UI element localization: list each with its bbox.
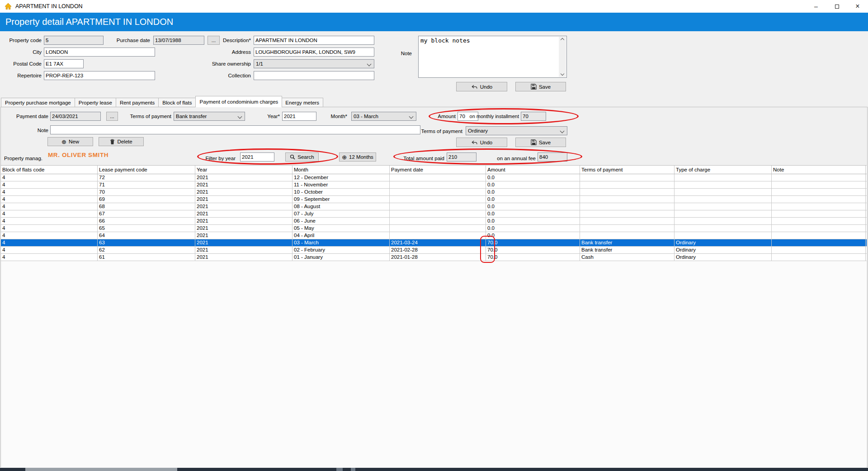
property-code-field[interactable] bbox=[44, 36, 104, 45]
payment-note-field[interactable] bbox=[50, 125, 420, 134]
note-scrollbar[interactable] bbox=[559, 37, 566, 77]
undo-arrow-icon bbox=[471, 140, 478, 145]
column-header[interactable]: Terms of payment bbox=[580, 166, 675, 174]
note-textarea[interactable]: my block notes bbox=[418, 36, 567, 78]
purchase-date-label: Purchase date bbox=[117, 36, 150, 45]
payment-save-button[interactable]: Save bbox=[515, 138, 566, 147]
table-cell bbox=[772, 181, 866, 188]
table-row[interactable]: 461202101 - January2021-01-2870.0CashOrd… bbox=[1, 254, 867, 261]
payment-date-field[interactable] bbox=[50, 112, 101, 121]
table-cell: Cash bbox=[580, 254, 675, 261]
repertoire-label: Repertoire bbox=[17, 71, 42, 80]
payment-date-browse-button[interactable]: ... bbox=[106, 112, 118, 121]
terms-of-payment-select[interactable]: Bank transfer bbox=[174, 112, 245, 121]
share-ownership-select[interactable]: 1/1 bbox=[254, 59, 374, 68]
close-button[interactable]: × bbox=[847, 0, 868, 13]
table-row[interactable]: 468202108 - August0.0 bbox=[1, 203, 867, 210]
installment-field[interactable] bbox=[521, 112, 546, 121]
property-save-button[interactable]: Save bbox=[515, 82, 566, 91]
tab-energy-meters[interactable]: Energy meters bbox=[282, 98, 323, 107]
table-cell: 0.0 bbox=[486, 225, 580, 232]
table-row[interactable]: 470202110 - October0.0 bbox=[1, 189, 867, 196]
table-cell: 4 bbox=[1, 239, 98, 246]
tab-strip: Property purchase mortgageProperty lease… bbox=[1, 96, 323, 107]
city-label: City bbox=[33, 48, 42, 57]
tab-payment-of-condominium-charges[interactable]: Payment of condominium charges bbox=[195, 96, 282, 107]
table-row[interactable]: 469202109 - September0.0 bbox=[1, 196, 867, 203]
table-cell bbox=[772, 232, 866, 239]
table-row[interactable]: 463202103 - March2021-03-2470.0Bank tran… bbox=[1, 239, 867, 247]
filter-by-year-field[interactable] bbox=[240, 152, 274, 162]
column-header[interactable]: Lease payment code bbox=[98, 166, 195, 174]
maximize-button[interactable] bbox=[826, 0, 847, 13]
year-field[interactable] bbox=[282, 112, 316, 121]
table-row[interactable]: 471202111 - November0.0 bbox=[1, 181, 867, 189]
column-header[interactable]: Payment date bbox=[390, 166, 486, 174]
table-cell bbox=[772, 189, 866, 195]
table-row[interactable]: 472202112 - December0.0 bbox=[1, 174, 867, 181]
total-amount-paid-field[interactable] bbox=[447, 152, 476, 162]
tab-property-purchase-mortgage[interactable]: Property purchase mortgage bbox=[1, 98, 75, 107]
table-row[interactable]: 462202102 - February2021-02-2870.0Bank t… bbox=[1, 247, 867, 254]
tab-block-of-flats[interactable]: Block of flats bbox=[159, 98, 196, 107]
search-button[interactable]: Search bbox=[285, 152, 319, 162]
table-cell bbox=[580, 174, 675, 181]
plus-circle-icon: ⊕ bbox=[342, 154, 347, 160]
new-button[interactable]: ⊕ New bbox=[47, 137, 93, 146]
table-cell bbox=[390, 210, 486, 217]
postal-code-field[interactable] bbox=[44, 59, 84, 68]
column-header[interactable]: Note bbox=[772, 166, 866, 174]
twelve-months-button[interactable]: ⊕ 12 Months bbox=[339, 152, 376, 162]
minimize-button[interactable]: – bbox=[806, 0, 826, 13]
table-cell bbox=[675, 189, 772, 195]
purchase-date-browse-button[interactable]: ... bbox=[208, 36, 220, 45]
table-cell: Ordinary bbox=[675, 239, 772, 246]
magnifier-icon bbox=[290, 154, 295, 160]
payment-undo-button[interactable]: Undo bbox=[456, 138, 507, 147]
table-row[interactable]: 466202106 - June0.0 bbox=[1, 218, 867, 225]
scroll-up-icon[interactable] bbox=[561, 38, 564, 42]
table-cell: 61 bbox=[98, 254, 195, 261]
column-header[interactable]: Year bbox=[195, 166, 292, 174]
city-field[interactable] bbox=[44, 48, 155, 57]
table-cell: 11 - November bbox=[292, 181, 390, 188]
table-cell bbox=[772, 254, 866, 261]
month-label: Month* bbox=[331, 112, 347, 121]
year-label: Year* bbox=[267, 112, 280, 121]
chevron-down-icon bbox=[238, 114, 242, 119]
annual-fee-field[interactable] bbox=[538, 152, 567, 162]
table-row[interactable]: 465202105 - May0.0 bbox=[1, 225, 867, 232]
tab-property-lease[interactable]: Property lease bbox=[75, 98, 116, 107]
table-body: 472202112 - December0.0471202111 - Novem… bbox=[1, 174, 867, 261]
taskbar-strip bbox=[0, 468, 868, 471]
table-row[interactable]: 467202107 - July0.0 bbox=[1, 210, 867, 218]
taskbar-segment bbox=[25, 468, 177, 471]
property-undo-button[interactable]: Undo bbox=[456, 82, 507, 91]
column-header[interactable]: Type of charge bbox=[675, 166, 772, 174]
collection-field[interactable] bbox=[254, 71, 374, 80]
tab-rent-payments[interactable]: Rent payments bbox=[116, 98, 159, 107]
column-header[interactable]: Block of flats code bbox=[1, 166, 98, 174]
table-cell: Bank transfer bbox=[580, 247, 675, 253]
annual-fee-label: on an annual fee bbox=[497, 154, 536, 163]
scroll-down-icon[interactable] bbox=[561, 72, 564, 76]
purchase-date-field[interactable] bbox=[153, 36, 204, 45]
table-cell bbox=[675, 181, 772, 188]
payment-date-label: Payment date bbox=[16, 112, 48, 121]
table-cell: 0.0 bbox=[486, 174, 580, 181]
delete-button[interactable]: Delete bbox=[99, 137, 144, 146]
payment-save-label: Save bbox=[539, 140, 551, 145]
column-header[interactable]: Month bbox=[292, 166, 390, 174]
new-button-label: New bbox=[69, 139, 79, 144]
description-field[interactable] bbox=[254, 36, 374, 45]
month-select[interactable]: 03 - March bbox=[351, 112, 416, 121]
repertoire-field[interactable] bbox=[44, 71, 155, 80]
type-of-charge-select[interactable]: Ordinary bbox=[466, 126, 567, 135]
table-cell: 12 - December bbox=[292, 174, 390, 181]
table-cell: 67 bbox=[98, 210, 195, 217]
table-cell: 68 bbox=[98, 203, 195, 210]
table-cell bbox=[675, 210, 772, 217]
column-header[interactable]: Amount bbox=[486, 166, 580, 174]
table-row[interactable]: 464202104 - April0.0 bbox=[1, 232, 867, 239]
address-field[interactable] bbox=[254, 48, 374, 57]
